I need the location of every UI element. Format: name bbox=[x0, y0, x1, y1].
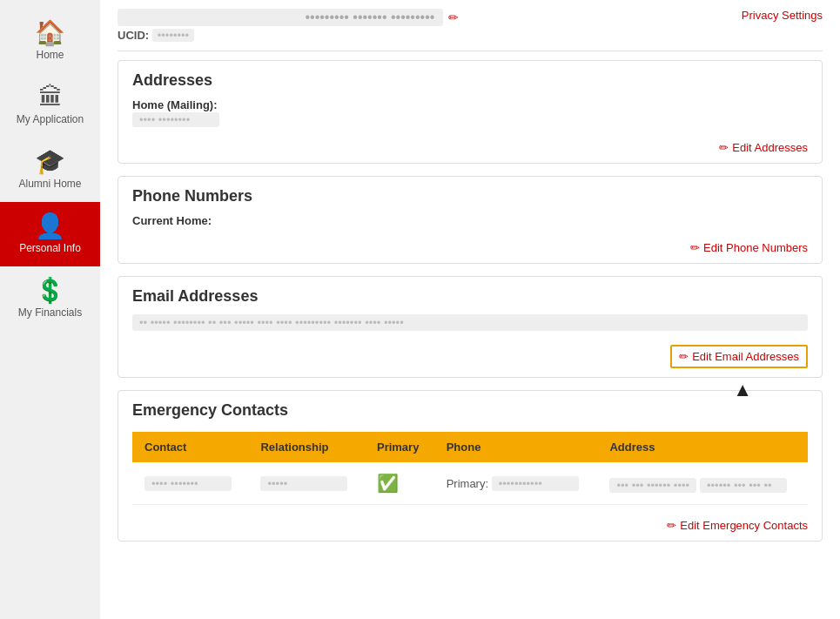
ucid-value: •••••••• bbox=[152, 29, 194, 42]
contact-relationship: ••••• bbox=[248, 462, 364, 505]
ucid-label: UCID: bbox=[118, 29, 149, 42]
address-value: •••• •••••••• bbox=[132, 112, 219, 127]
user-info: Christina Elizabeth Gonzalez••••••••• ••… bbox=[118, 9, 459, 42]
col-phone: Phone bbox=[434, 432, 598, 462]
pencil-icon-emergency: ✏ bbox=[667, 519, 676, 532]
sidebar-item-my-financials-label: My Financials bbox=[18, 306, 82, 319]
phone-numbers-title: Phone Numbers bbox=[118, 177, 822, 211]
dollar-icon: 💲 bbox=[35, 279, 65, 303]
sidebar-item-home-label: Home bbox=[36, 49, 64, 61]
current-home-label: Current Home: bbox=[132, 214, 808, 227]
privacy-settings-link[interactable]: Privacy Settings bbox=[742, 9, 823, 22]
table-row: •••• ••••••• ••••• ✅ Primary: ••••••••••… bbox=[132, 462, 808, 505]
phone-primary-label: Primary: bbox=[447, 477, 492, 490]
checkmark-icon: ✅ bbox=[377, 474, 399, 493]
sidebar-item-my-application[interactable]: 🏛 My Application bbox=[0, 73, 100, 138]
pencil-icon-email: ✏ bbox=[679, 350, 689, 363]
phone-numbers-section: Phone Numbers Current Home: ✏ Edit Phone… bbox=[118, 176, 823, 264]
sidebar-item-alumni-home[interactable]: 🎓 Alumni Home bbox=[0, 138, 100, 202]
edit-email-addresses-link[interactable]: ✏ Edit Email Addresses bbox=[670, 345, 808, 368]
emergency-contacts-title: Emergency Contacts bbox=[118, 391, 822, 425]
email-addresses-footer: ✏ Edit Email Addresses ▲ bbox=[118, 340, 822, 377]
contact-address: ••• ••• •••••• •••• •••••• ••• ••• •• bbox=[597, 462, 808, 505]
sidebar-item-home[interactable]: 🏠 Home bbox=[0, 9, 100, 73]
col-relationship: Relationship bbox=[248, 432, 364, 462]
emergency-contacts-body: Contact Relationship Primary Phone Addre… bbox=[118, 432, 822, 514]
col-contact: Contact bbox=[132, 432, 248, 462]
phone-numbers-footer: ✏ Edit Phone Numbers bbox=[118, 236, 822, 263]
table-header-row: Contact Relationship Primary Phone Addre… bbox=[132, 432, 808, 462]
address-line2: •••••• ••• ••• •• bbox=[700, 478, 787, 493]
person-icon: 👤 bbox=[35, 214, 65, 239]
sidebar-item-personal-info[interactable]: 👤 Personal Info bbox=[0, 202, 100, 266]
edit-name-icon[interactable]: ✏ bbox=[448, 10, 459, 24]
email-addresses-body: •• ••••• •••••••• •• ••• ••••• •••• ••••… bbox=[118, 314, 822, 340]
emergency-contacts-footer: ✏ Edit Emergency Contacts bbox=[118, 514, 822, 541]
ucid-row: UCID: •••••••• bbox=[118, 29, 459, 42]
graduation-icon: 🎓 bbox=[35, 150, 65, 174]
addresses-title: Addresses bbox=[118, 61, 822, 95]
emergency-contacts-table: Contact Relationship Primary Phone Addre… bbox=[132, 432, 808, 505]
home-icon: 🏠 bbox=[35, 21, 65, 45]
contact-phone: Primary: ••••••••••• bbox=[434, 462, 598, 505]
addresses-body: Home (Mailing): •••• •••••••• bbox=[118, 98, 822, 136]
bank-icon: 🏛 bbox=[38, 85, 63, 110]
home-mailing-label: Home (Mailing): bbox=[132, 98, 808, 111]
user-name-row: Christina Elizabeth Gonzalez••••••••• ••… bbox=[118, 9, 459, 26]
sidebar-item-my-financials[interactable]: 💲 My Financials bbox=[0, 266, 100, 331]
col-address: Address bbox=[597, 432, 808, 462]
phone-value: ••••••••••• bbox=[492, 476, 579, 491]
contact-name: •••• ••••••• bbox=[132, 462, 248, 505]
address-line1: ••• ••• •••••• •••• bbox=[609, 478, 696, 493]
sidebar-item-alumni-home-label: Alumni Home bbox=[18, 178, 81, 190]
edit-phone-numbers-link[interactable]: ✏ Edit Phone Numbers bbox=[690, 241, 808, 254]
col-primary: Primary bbox=[365, 432, 434, 462]
sidebar-item-personal-info-label: Personal Info bbox=[19, 242, 81, 254]
sidebar-item-my-application-label: My Application bbox=[17, 113, 84, 125]
sidebar: 🏠 Home 🏛 My Application 🎓 Alumni Home 👤 … bbox=[0, 0, 100, 619]
top-header: Christina Elizabeth Gonzalez••••••••• ••… bbox=[118, 9, 823, 51]
edit-addresses-link[interactable]: ✏ Edit Addresses bbox=[719, 141, 808, 154]
email-addresses-section: Email Addresses •• ••••• •••••••• •• •••… bbox=[118, 276, 823, 378]
emergency-contacts-section: Emergency Contacts Contact Relationship … bbox=[118, 390, 823, 542]
email-description: •• ••••• •••••••• •• ••• ••••• •••• ••••… bbox=[132, 314, 808, 331]
contact-primary-check: ✅ bbox=[365, 462, 434, 505]
addresses-section: Addresses Home (Mailing): •••• •••••••• … bbox=[118, 60, 823, 164]
phone-numbers-body: Current Home: bbox=[118, 214, 822, 236]
user-name-text: Christina Elizabeth Gonzalez••••••••• ••… bbox=[118, 9, 443, 26]
addresses-footer: ✏ Edit Addresses bbox=[118, 136, 822, 163]
email-addresses-title: Email Addresses bbox=[118, 277, 822, 311]
main-content: Christina Elizabeth Gonzalez••••••••• ••… bbox=[100, 0, 840, 619]
pencil-icon-phone: ✏ bbox=[690, 241, 700, 254]
edit-emergency-contacts-link[interactable]: ✏ Edit Emergency Contacts bbox=[667, 519, 808, 532]
pencil-icon-addresses: ✏ bbox=[719, 141, 729, 154]
